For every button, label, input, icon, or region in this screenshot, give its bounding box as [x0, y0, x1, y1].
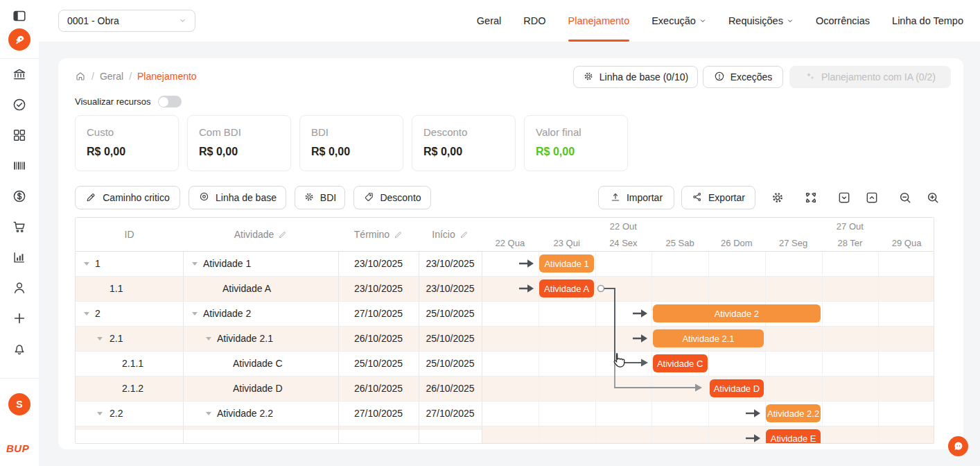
summary-card-value: R$ 0,00 — [87, 146, 167, 158]
fullscreen-icon[interactable] — [804, 191, 818, 205]
check-circle-icon[interactable] — [12, 97, 27, 112]
nav-item-geral[interactable]: Geral — [477, 0, 501, 42]
row-expand-caret[interactable] — [84, 262, 89, 266]
table-row[interactable]: 2.1.1Atividade C25/10/202525/10/2025 — [76, 351, 934, 376]
plus-icon[interactable] — [12, 311, 27, 326]
pencil-icon[interactable] — [394, 230, 403, 239]
summary-card-label: BDI — [311, 126, 392, 138]
highlighter-icon — [85, 191, 97, 205]
gantt-column-divider — [822, 234, 823, 443]
row-activity: Atividade 2.2 — [217, 401, 273, 426]
pencil-icon[interactable] — [460, 230, 469, 239]
gantt-bar-label: Atividade 2.2 — [767, 408, 819, 419]
gantt-day-header: 24 Sex — [595, 234, 652, 251]
home-icon[interactable] — [75, 71, 86, 82]
header-bottom-divider — [76, 251, 934, 252]
row-id: 1.1 — [110, 276, 123, 301]
zoom-in-icon[interactable] — [926, 191, 940, 205]
export-button[interactable]: Exportar — [681, 186, 755, 209]
gantt-bar-atividade-d[interactable]: Atividade D — [710, 379, 764, 397]
table-row[interactable]: 1.1Atividade A23/10/202523/10/2025 — [76, 276, 934, 301]
row-expand-caret[interactable] — [84, 312, 89, 316]
summary-card-bdi: BDIR$ 0,00 — [299, 115, 403, 171]
nav-item-label: Execução — [651, 15, 696, 26]
row-id: 2.1.1 — [122, 351, 143, 376]
gantt-day-header: 28 Ter — [822, 234, 879, 251]
gantt-month-header: 22 Out — [482, 218, 765, 234]
project-select[interactable]: 0001 - Obra — [58, 10, 195, 32]
row-expand-caret[interactable] — [97, 337, 103, 340]
gantt-bar-atividade-1[interactable]: Atividade 1 — [539, 254, 594, 273]
zoom-out-icon[interactable] — [898, 191, 912, 205]
pencil-icon[interactable] — [278, 230, 287, 239]
baseline-toggle-button[interactable]: Linha de base — [189, 186, 286, 209]
table-row[interactable]: 1Atividade 123/10/202523/10/2025 — [76, 251, 934, 276]
gantt-bar-atividade-2-2[interactable]: Atividade 2.2 — [766, 404, 821, 422]
discount-button[interactable]: Desconto — [353, 186, 431, 209]
cart-icon[interactable] — [12, 219, 27, 234]
table-row[interactable]: 2.1.2Atividade D26/10/202526/10/2025 — [76, 376, 934, 401]
activity-expand-caret[interactable] — [192, 262, 198, 266]
ai-planning-button[interactable]: Planejamento com IA (0/2) — [789, 66, 951, 88]
discount-label: Desconto — [380, 192, 421, 203]
gantt-day-header: 23 Qui — [539, 234, 595, 251]
column-header-t-rmino[interactable]: Término — [338, 218, 419, 251]
row-start-date: 27/10/2025 — [419, 401, 482, 426]
activity-expand-caret[interactable] — [192, 312, 198, 316]
table-row[interactable]: 2.1Atividade 2.126/10/202525/10/2025 — [76, 326, 934, 351]
gantt-bar-atividade-c[interactable]: Atividade C — [653, 354, 708, 372]
bank-icon[interactable] — [12, 67, 27, 82]
critical-path-button[interactable]: Caminho critico — [75, 186, 180, 209]
gantt-bar-atividade-e[interactable]: Atividade E — [766, 429, 821, 444]
gantt-column-divider — [878, 234, 879, 443]
barcode-icon[interactable] — [12, 158, 27, 173]
nav-item-ocorr-ncias[interactable]: Ocorrências — [816, 0, 870, 42]
row-start-date: 23/10/2025 — [419, 251, 482, 276]
row-expand-caret[interactable] — [97, 412, 103, 415]
breadcrumb-separator: / — [91, 71, 94, 82]
dollar-circle-icon[interactable] — [12, 189, 27, 204]
nav-item-planejamento[interactable]: Planejamento — [568, 0, 630, 42]
gantt-bar-atividade-2[interactable]: Atividade 2 — [653, 304, 821, 322]
import-button[interactable]: Importar — [598, 186, 674, 209]
divider — [0, 58, 39, 59]
baseline-counter-button[interactable]: Linha de base (0/10) — [573, 66, 698, 88]
breadcrumb-item-geral[interactable]: Geral — [100, 71, 123, 82]
collapse-all-icon[interactable] — [837, 191, 851, 205]
bar-chart-icon[interactable] — [12, 250, 27, 265]
panel-toggle-icon[interactable] — [12, 8, 27, 24]
column-header-in-cio[interactable]: Início — [419, 218, 482, 251]
row-divider — [76, 301, 934, 302]
nav-item-linha-do-tempo[interactable]: Linha do Tempo — [892, 0, 963, 42]
avatar[interactable]: S — [8, 393, 30, 415]
rocket-icon[interactable] — [8, 28, 30, 51]
gantt-bar-label: Atividade C — [657, 359, 703, 369]
bdi-button[interactable]: BDI — [295, 186, 345, 209]
resources-toggle[interactable] — [158, 96, 182, 107]
exceptions-button[interactable]: Exceções — [703, 66, 783, 88]
row-end-date: 27/10/2025 — [338, 401, 419, 426]
gantt-bar-atividade-2-1[interactable]: Atividade 2.1 — [653, 329, 764, 347]
nav-item-requisi-es[interactable]: Requisições — [728, 0, 794, 42]
gantt-bar-atividade-a[interactable]: Atividade A — [539, 279, 594, 297]
user-icon[interactable] — [12, 280, 27, 295]
ai-planning-label: Planejamento com IA (0/2) — [821, 71, 936, 83]
column-header-id[interactable]: ID — [76, 218, 183, 251]
arrow-right-icon — [746, 433, 761, 444]
chat-icon[interactable] — [948, 436, 968, 456]
bell-icon[interactable] — [12, 341, 27, 356]
column-header-atividade[interactable]: Atividade — [183, 218, 338, 251]
breadcrumb-item-planejamento[interactable]: Planejamento — [137, 71, 197, 82]
gantt-bar-label: Atividade D — [714, 383, 760, 394]
upload-icon — [610, 191, 621, 205]
export-label: Exportar — [708, 192, 745, 203]
expand-all-icon[interactable] — [865, 191, 879, 205]
activity-expand-caret[interactable] — [206, 337, 211, 340]
settings-icon[interactable] — [771, 191, 785, 205]
row-end-date: 25/10/2025 — [338, 351, 419, 376]
apps-grid-icon[interactable] — [12, 128, 27, 143]
activity-expand-caret[interactable] — [206, 412, 211, 415]
row-id: 2.1 — [110, 326, 123, 351]
nav-item-execu-o[interactable]: Execução — [651, 0, 706, 42]
nav-item-rdo[interactable]: RDO — [523, 0, 545, 42]
